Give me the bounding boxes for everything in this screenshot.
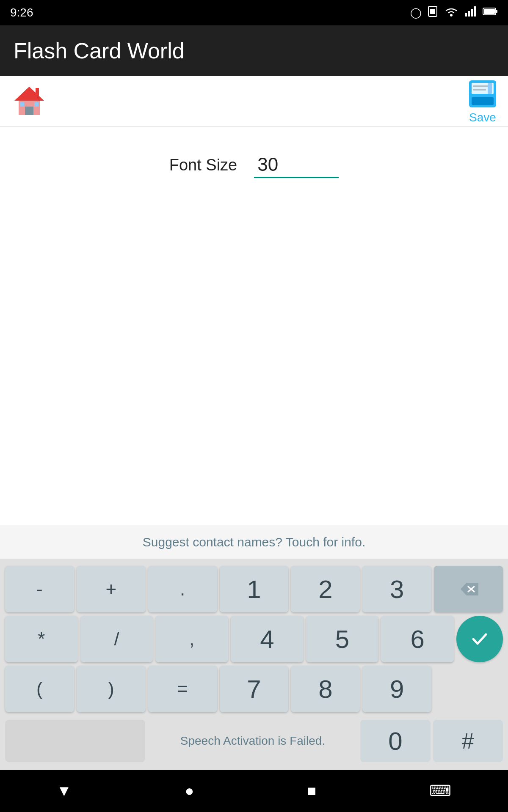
keyboard-row-3: ( ) = 7 8 9 [5, 666, 503, 712]
key-open-paren[interactable]: ( [5, 666, 74, 712]
hash-label: # [462, 728, 474, 754]
keyboard-suggestion[interactable]: Suggest contact names? Touch for info. [0, 525, 508, 559]
nav-keyboard-button[interactable]: ⌨ [429, 782, 451, 800]
save-button[interactable]: Save [467, 79, 498, 124]
home-button[interactable] [10, 82, 48, 121]
font-size-input[interactable] [254, 152, 339, 178]
content-area: Font Size [0, 127, 508, 525]
status-icons: ◯ [410, 5, 498, 20]
svg-rect-3 [465, 13, 467, 16]
svg-rect-9 [484, 9, 495, 14]
toolbar: Save [0, 76, 508, 127]
suggestion-text: Suggest contact names? Touch for info. [143, 535, 365, 549]
font-size-row: Font Size [0, 127, 508, 195]
key-1[interactable]: 1 [220, 566, 289, 612]
key-hash[interactable]: # [433, 720, 503, 762]
wifi-icon [444, 5, 459, 20]
key-plus[interactable]: + [77, 566, 146, 612]
key-0[interactable]: 0 [360, 720, 430, 762]
keyboard-rows: - + . 1 2 3 * / , 4 5 6 [0, 559, 508, 719]
svg-rect-4 [468, 11, 470, 16]
key-comma[interactable]: , [155, 616, 228, 662]
key-backspace[interactable] [434, 566, 503, 612]
key-2[interactable]: 2 [291, 566, 360, 612]
svg-rect-6 [474, 6, 476, 16]
speech-activation-text: Speech Activation is Failed. [180, 734, 325, 748]
nav-home-button[interactable]: ● [185, 782, 194, 800]
signal-icon [464, 5, 478, 20]
key-speech-area: Speech Activation is Failed. [148, 720, 358, 762]
svg-rect-19 [473, 89, 486, 91]
key-minus[interactable]: - [5, 566, 74, 612]
status-time: 9:26 [10, 6, 33, 19]
save-label: Save [469, 111, 496, 124]
key-close-paren[interactable]: ) [77, 666, 146, 712]
nav-recent-button[interactable]: ■ [307, 782, 316, 800]
svg-rect-12 [25, 107, 33, 115]
battery-icon [483, 7, 498, 19]
svg-rect-5 [471, 9, 473, 16]
key-dot[interactable]: . [148, 566, 217, 612]
key-equals[interactable]: = [148, 666, 217, 712]
key-wide-left[interactable] [5, 720, 145, 762]
font-size-label: Font Size [169, 156, 237, 174]
app-bar: Flash Card World [0, 25, 508, 76]
app-title: Flash Card World [14, 38, 185, 63]
svg-rect-21 [472, 97, 494, 105]
key-6[interactable]: 6 [381, 616, 454, 662]
key-5[interactable]: 5 [306, 616, 379, 662]
sim-icon [427, 5, 439, 20]
home-icon [12, 85, 46, 118]
key-0-label: 0 [388, 727, 402, 756]
svg-rect-20 [488, 83, 492, 94]
key-slash[interactable]: / [80, 616, 153, 662]
svg-rect-14 [34, 102, 39, 107]
key-asterisk[interactable]: * [5, 616, 78, 662]
status-bar: 9:26 ◯ [0, 0, 508, 25]
key-9[interactable]: 9 [362, 666, 431, 712]
checkmark-icon [468, 628, 491, 650]
key-4[interactable]: 4 [231, 616, 304, 662]
key-confirm[interactable] [456, 616, 503, 662]
headset-icon: ◯ [410, 7, 422, 19]
save-icon [467, 79, 498, 109]
key-3[interactable]: 3 [362, 566, 431, 612]
svg-rect-13 [20, 102, 24, 107]
svg-point-2 [450, 14, 453, 16]
svg-rect-8 [496, 10, 497, 13]
keyboard-bottom-row: Speech Activation is Failed. 0 # [0, 719, 508, 770]
key-8[interactable]: 8 [291, 666, 360, 712]
backspace-icon [458, 581, 479, 597]
svg-rect-1 [430, 9, 435, 14]
svg-rect-15 [36, 88, 39, 96]
keyboard-row-1: - + . 1 2 3 [5, 566, 503, 612]
nav-back-button[interactable]: ▼ [57, 782, 72, 800]
key-7[interactable]: 7 [220, 666, 289, 712]
keyboard-area: Suggest contact names? Touch for info. -… [0, 525, 508, 770]
keyboard-row-2: * / , 4 5 6 [5, 616, 503, 662]
nav-bar: ▼ ● ■ ⌨ [0, 770, 508, 812]
